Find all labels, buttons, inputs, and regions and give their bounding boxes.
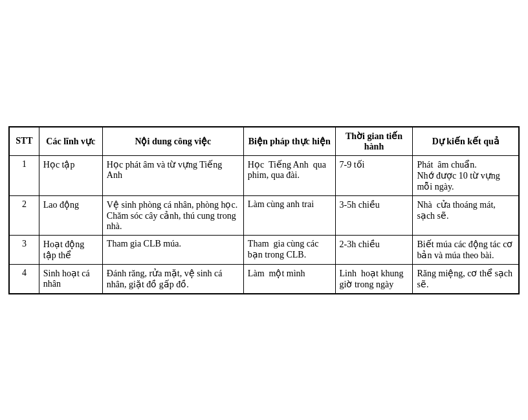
cell-linh-vuc-0: Học tập: [39, 155, 102, 195]
cell-noi-dung-3: Đánh răng, rửa mặt, vệ sinh cá nhân, giặ…: [102, 264, 243, 293]
table-row: 3Hoạt động tập thểTham gia CLB múa.Tham …: [10, 235, 519, 264]
cell-bien-phap-1: Làm cùng anh trai: [243, 195, 335, 235]
table-row: 2Lao độngVệ sinh phòng cá nhân, phòng họ…: [10, 195, 519, 235]
table-row: 1Học tậpHọc phát âm và từ vựng Tiếng Anh…: [10, 155, 519, 195]
cell-du-kien-1: Nhà cửa thoáng mát, sạch sẽ.: [413, 195, 519, 235]
cell-noi-dung-0: Học phát âm và từ vựng Tiếng Anh: [102, 155, 243, 195]
schedule-table: STT Các lĩnh vực Nội dung công việc Biện…: [9, 127, 519, 294]
cell-thoi-gian-2: 2-3h chiều: [335, 235, 413, 264]
cell-linh-vuc-1: Lao động: [39, 195, 102, 235]
header-linh-vuc: Các lĩnh vực: [39, 127, 102, 155]
main-table-wrapper: STT Các lĩnh vực Nội dung công việc Biện…: [8, 126, 520, 294]
cell-stt-2: 3: [10, 235, 39, 264]
cell-bien-phap-3: Làm một mình: [243, 264, 335, 293]
cell-du-kien-2: Biết múa các động tác cơ bản và múa theo…: [413, 235, 519, 264]
cell-stt-0: 1: [10, 155, 39, 195]
cell-thoi-gian-1: 3-5h chiều: [335, 195, 413, 235]
cell-du-kien-3: Răng miệng, cơ thể sạch sẽ.: [413, 264, 519, 293]
header-du-kien: Dự kiến kết quả: [413, 127, 519, 155]
cell-bien-phap-2: Tham gia cùng các bạn trong CLB.: [243, 235, 335, 264]
cell-linh-vuc-2: Hoạt động tập thể: [39, 235, 102, 264]
cell-thoi-gian-0: 7-9 tối: [335, 155, 413, 195]
header-noi-dung: Nội dung công việc: [102, 127, 243, 155]
header-thoi-gian: Thời gian tiến hành: [335, 127, 413, 155]
header-bien-phap: Biện pháp thực hiện: [243, 127, 335, 155]
header-stt: STT: [10, 127, 39, 155]
cell-noi-dung-1: Vệ sinh phòng cá nhân, phòng học. Chăm s…: [102, 195, 243, 235]
cell-stt-3: 4: [10, 264, 39, 293]
table-row: 4Sinh hoạt cá nhânĐánh răng, rửa mặt, vệ…: [10, 264, 519, 293]
cell-thoi-gian-3: Linh hoạt khung giờ trong ngày: [335, 264, 413, 293]
cell-linh-vuc-3: Sinh hoạt cá nhân: [39, 264, 102, 293]
cell-du-kien-0: Phát âm chuẩn. Nhớ được 10 từ vựng mỗi n…: [413, 155, 519, 195]
cell-stt-1: 2: [10, 195, 39, 235]
cell-bien-phap-0: Học Tiếng Anh qua phim, qua đài.: [243, 155, 335, 195]
cell-noi-dung-2: Tham gia CLB múa.: [102, 235, 243, 264]
